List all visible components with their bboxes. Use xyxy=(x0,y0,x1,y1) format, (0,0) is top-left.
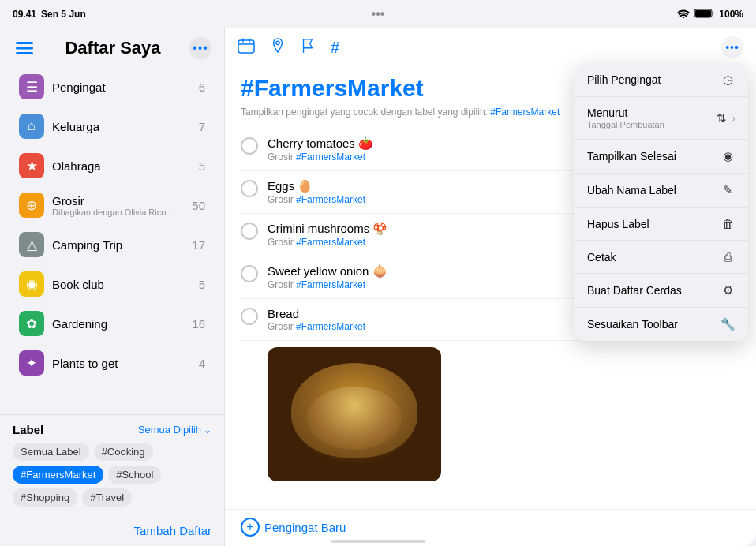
main-toolbar: # ••• xyxy=(225,28,756,62)
dropdown-sub-menurut: Tanggal Pembuatan xyxy=(587,120,664,129)
reminder-tag[interactable]: #FarmersMarket xyxy=(296,151,365,163)
dropdown-label-tampil: Tampilkan Selesai xyxy=(587,150,676,163)
reminder-checkbox[interactable] xyxy=(241,137,258,155)
list-item-pengingat[interactable]: ☰Pengingat6 xyxy=(6,68,218,106)
hashtag-icon[interactable]: # xyxy=(331,39,339,57)
list-count-pengingat: 6 xyxy=(199,80,205,94)
dropdown-label-cetak: Cetak xyxy=(587,251,616,264)
dropdown-label-ubah: Ubah Nama Label xyxy=(587,184,676,196)
list-icon-keluarga: ⌂ xyxy=(19,114,44,139)
sidebar-more-button[interactable]: ••• xyxy=(189,37,211,59)
dropdown-label-menurut: Menurut xyxy=(587,107,664,119)
label-header: Label Semua Dipilih ⌄ xyxy=(13,423,211,436)
battery-pct: 100% xyxy=(719,9,743,20)
label-tag-travel[interactable]: #Travel xyxy=(82,488,132,507)
dropdown-item-buat[interactable]: Buat Daftar Cerdas⚙ xyxy=(574,274,748,308)
battery-icon xyxy=(694,9,714,21)
list-icon-pengingat: ☰ xyxy=(19,74,44,99)
list-count-bookclub: 5 xyxy=(199,278,205,291)
status-right: 100% xyxy=(677,9,743,21)
flag-icon[interactable] xyxy=(301,38,315,58)
subtitle-text: Tampilkan pengingat yang cocok dengan la… xyxy=(241,107,488,118)
list-name-camping: Camping Trip xyxy=(52,238,192,252)
list-item-keluarga[interactable]: ⌂Keluarga7 xyxy=(6,107,218,145)
dropdown-label-hapus: Hapus Label xyxy=(587,218,649,230)
status-date: Sen 5 Jun xyxy=(41,9,86,20)
list-item-bookclub[interactable]: ◉Book club5 xyxy=(6,265,218,303)
bottom-bar: + Pengingat Baru xyxy=(225,509,756,546)
wifi-icon xyxy=(677,9,690,21)
label-tag-semua[interactable]: Semua Label xyxy=(13,443,89,461)
home-indicator xyxy=(331,540,425,543)
dropdown-label-buat: Buat Daftar Cerdas xyxy=(587,284,682,297)
semua-dipilih-button[interactable]: Semua Dipilih ⌄ xyxy=(138,424,211,436)
dropdown-label-sesuaikan: Sesuaikan Toolbar xyxy=(587,318,678,331)
label-title: Label xyxy=(13,423,43,436)
svg-rect-5 xyxy=(16,52,33,54)
reminder-tag[interactable]: #FarmersMarket xyxy=(296,321,365,332)
chevron-right-icon: › xyxy=(732,113,735,124)
label-tags: Semua Label#Cooking#FarmersMarket#School… xyxy=(13,443,211,507)
subtitle-tag[interactable]: #FarmersMarket xyxy=(490,107,560,118)
list-name-gardening: Gardening xyxy=(52,317,192,331)
list-count-keluarga: 7 xyxy=(199,120,205,133)
reminder-tag[interactable]: #FarmersMarket xyxy=(296,237,365,248)
bread-image xyxy=(268,347,441,481)
list-icon-olahraga: ★ xyxy=(19,153,44,178)
dropdown-item-ubah[interactable]: Ubah Nama Label✎ xyxy=(574,174,748,208)
new-reminder-button[interactable]: + Pengingat Baru xyxy=(241,518,346,537)
label-section: Label Semua Dipilih ⌄ Semua Label#Cookin… xyxy=(0,414,224,518)
list-icon-plants: ✦ xyxy=(19,350,44,376)
list-count-plants: 4 xyxy=(199,357,205,370)
dropdown-item-menurut[interactable]: MenurutTanggal Pembuatan⇅› xyxy=(574,97,748,140)
reminder-checkbox[interactable] xyxy=(241,265,258,282)
dropdown-icon-cetak: ⎙ xyxy=(720,250,735,264)
label-tag-farmersmarket[interactable]: #FarmersMarket xyxy=(13,466,103,484)
list-count-olahraga: 5 xyxy=(199,159,205,173)
reminder-tag[interactable]: #FarmersMarket xyxy=(296,194,365,205)
dropdown-item-sesuaikan[interactable]: Sesuaikan Toolbar🔧 xyxy=(574,308,748,341)
reminder-checkbox[interactable] xyxy=(241,223,258,240)
tambah-daftar-button[interactable]: Tambah Daftar xyxy=(134,524,211,537)
dropdown-icon-ubah: ✎ xyxy=(720,183,735,197)
list-item-gardening[interactable]: ✿Gardening16 xyxy=(6,305,218,342)
main-content: # ••• #FarmersMarket Tampilkan pengingat… xyxy=(225,28,756,546)
sidebar-toggle-icon[interactable] xyxy=(13,36,36,60)
svg-rect-4 xyxy=(16,47,33,50)
lists-container: ☰Pengingat6⌂Keluarga7★Olahraga5⊕GrosirDi… xyxy=(0,65,224,414)
dropdown-icon-tampil: ◉ xyxy=(720,149,735,163)
reminder-checkbox[interactable] xyxy=(241,308,258,325)
list-name-pengingat: Pengingat xyxy=(52,80,199,94)
semua-dipilih-label: Semua Dipilih xyxy=(138,424,201,436)
sidebar-header: Daftar Saya ••• xyxy=(0,28,224,65)
svg-rect-6 xyxy=(238,40,254,53)
reminder-tag[interactable]: #FarmersMarket xyxy=(296,279,365,290)
location-icon[interactable] xyxy=(271,38,285,58)
svg-point-0 xyxy=(683,17,684,17)
calendar-icon[interactable] xyxy=(238,38,255,58)
app-container: Daftar Saya ••• ☰Pengingat6⌂Keluarga7★Ol… xyxy=(0,28,756,546)
dropdown-icon-sesuaikan: 🔧 xyxy=(720,317,735,331)
svg-rect-2 xyxy=(695,10,711,17)
label-tag-shopping[interactable]: #Shopping xyxy=(13,488,77,507)
list-item-grosir[interactable]: ⊕GrosirDibagikan dengan Olivia Rico...50 xyxy=(6,186,218,224)
dropdown-item-tampil[interactable]: Tampilkan Selesai◉ xyxy=(574,140,748,174)
list-name-olahraga: Olahraga xyxy=(52,159,199,173)
dropdown-item-hapus[interactable]: Hapus Label🗑 xyxy=(574,208,748,241)
dropdown-icon-buat: ⚙ xyxy=(720,283,735,297)
label-tag-cooking[interactable]: #Cooking xyxy=(94,443,153,461)
content-more-button[interactable]: ••• xyxy=(721,36,743,58)
list-item-plants[interactable]: ✦Plants to get4 xyxy=(6,344,218,382)
list-name-grosir: GrosirDibagikan dengan Olivia Rico... xyxy=(52,194,192,217)
list-icon-camping: △ xyxy=(19,232,44,257)
reminder-checkbox[interactable] xyxy=(241,180,258,197)
list-item-camping[interactable]: △Camping Trip17 xyxy=(6,226,218,264)
sidebar-title: Daftar Saya xyxy=(65,38,160,58)
dropdown-item-cetak[interactable]: Cetak⎙ xyxy=(574,241,748,274)
sidebar: Daftar Saya ••• ☰Pengingat6⌂Keluarga7★Ol… xyxy=(0,28,225,546)
list-item-olahraga[interactable]: ★Olahraga5 xyxy=(6,147,218,185)
list-name-bookclub: Book club xyxy=(52,278,199,291)
label-tag-school[interactable]: #School xyxy=(108,466,161,484)
dropdown-item-pilih[interactable]: Pilih Pengingat◷ xyxy=(574,63,748,97)
toolbar-icons: # xyxy=(238,38,339,58)
